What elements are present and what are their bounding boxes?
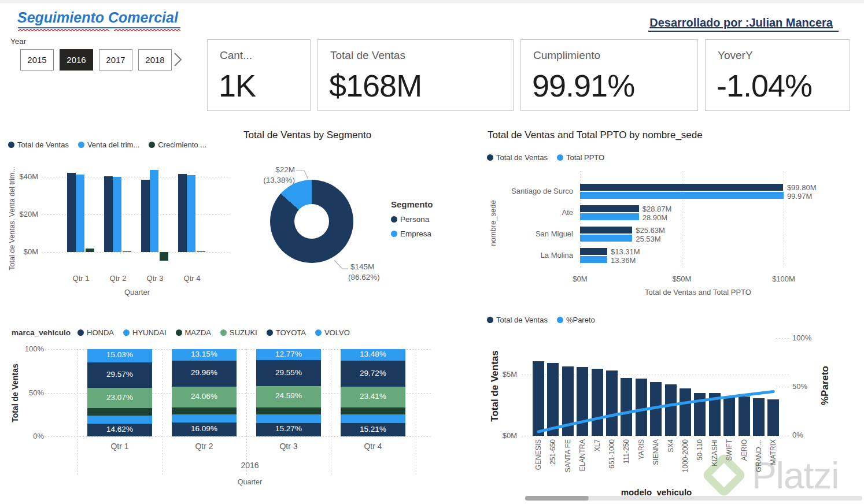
bar-total-de-ventas-la-molina[interactable] bbox=[580, 248, 607, 255]
x-axis-tick-swift: SWIFT bbox=[725, 439, 733, 461]
kpi-label: Cant... bbox=[220, 49, 252, 62]
legend-item-hyundai[interactable]: HYUNDAI bbox=[123, 328, 167, 337]
bar-total-de-ventas-ate[interactable] bbox=[580, 205, 639, 212]
segment-label-suzuki: 24.06% bbox=[172, 392, 237, 401]
slice-value-label: $145M bbox=[350, 262, 374, 271]
bar-value-label: $13.31M bbox=[611, 247, 640, 256]
bar-venta-del-trim-qtr-4[interactable] bbox=[187, 175, 195, 252]
legend-label: Empresa bbox=[400, 229, 431, 238]
bar-total-ppto-la-molina[interactable] bbox=[580, 256, 607, 263]
segment-label-toyota: 29.72% bbox=[341, 369, 405, 377]
kpi-card-total-ventas: Total de Ventas $168M bbox=[317, 39, 514, 111]
kpi-value: -1.04% bbox=[717, 68, 812, 103]
x-axis-tick-kizashi: KIZASHI bbox=[711, 439, 719, 466]
segment-hyundai-qtr-3[interactable] bbox=[256, 414, 321, 423]
segment-mazda-qtr-2[interactable] bbox=[172, 407, 237, 414]
legend-label: Crecimiento ... bbox=[158, 140, 206, 149]
bar-total-de-ventas-qtr-4[interactable] bbox=[178, 174, 187, 252]
legend-item-total-de-ventas[interactable]: Total de Ventas bbox=[487, 153, 548, 162]
developer-credit-link[interactable]: Desarrollado por :Julian Mancera bbox=[648, 16, 839, 32]
legend-item-crecimiento[interactable]: Crecimiento ... bbox=[149, 140, 206, 149]
year-button-2018[interactable]: 2018 bbox=[138, 49, 172, 71]
bar-venta-del-trim-qtr-1[interactable] bbox=[76, 175, 84, 252]
bar-venta-del-trim-qtr-2[interactable] bbox=[113, 177, 121, 252]
bar-crecimiento-qtr-3[interactable] bbox=[160, 252, 168, 261]
year-button-2017[interactable]: 2017 bbox=[99, 49, 132, 71]
y-axis-title: nombre_sede bbox=[489, 200, 497, 246]
legend-dot bbox=[267, 329, 273, 336]
pareto-axis-labels: $0M$5M0%50%100%GENESIS251-650SANTA FEELA… bbox=[483, 311, 864, 504]
legend-item-persona[interactable]: Persona bbox=[391, 215, 429, 224]
horizontal-scrollbar-track[interactable] bbox=[525, 496, 862, 501]
segment-mazda-qtr-4[interactable] bbox=[341, 407, 405, 414]
kpi-value: $168M bbox=[329, 68, 422, 103]
x-axis-tick-sx4: SX4 bbox=[667, 439, 675, 453]
chart-legend: marca_vehiculo HONDAHYUNDAIMAZDASUZUKITO… bbox=[12, 328, 359, 337]
legend-dot bbox=[557, 154, 563, 161]
bar-total-de-ventas-qtr-3[interactable] bbox=[141, 180, 150, 252]
legend-item-total-de-ventas[interactable]: Total de Ventas bbox=[8, 140, 69, 149]
bar-crecimiento-qtr-4[interactable] bbox=[197, 251, 205, 252]
bar-total-de-ventas-santiago-de-surco[interactable] bbox=[580, 184, 783, 191]
legend-label: HYUNDAI bbox=[132, 328, 167, 337]
bar-total-ppto-santiago-de-surco[interactable] bbox=[580, 192, 784, 199]
segment-label-honda: 15.27% bbox=[256, 424, 321, 433]
legend-item-venta-del-trim[interactable]: Venta del trim... bbox=[78, 140, 139, 149]
segment-mazda-qtr-3[interactable] bbox=[256, 407, 321, 414]
bar-value-label: 25.53M bbox=[636, 235, 660, 243]
slice-value-label: $22M bbox=[260, 165, 295, 174]
page-title: Seguimiento Comercial bbox=[17, 9, 178, 26]
segment-label-suzuki: 23.41% bbox=[341, 392, 405, 401]
segment-hyundai-qtr-1[interactable] bbox=[87, 416, 152, 424]
legend-item-toyota[interactable]: TOYOTA bbox=[267, 328, 306, 337]
x-axis-tick: Qtr 3 bbox=[268, 442, 309, 451]
bar-total-de-ventas-qtr-1[interactable] bbox=[67, 173, 76, 252]
bar-crecimiento-qtr-1[interactable] bbox=[86, 249, 94, 252]
donut-chart-segmento: Total de Ventas by Segmento $22M (13.38%… bbox=[237, 128, 482, 302]
legend-label: Total de Ventas bbox=[17, 140, 69, 149]
kpi-card-cantidad: Cant... 1K bbox=[207, 39, 311, 111]
legend-item-mazda[interactable]: MAZDA bbox=[176, 328, 212, 337]
kpi-label: Total de Ventas bbox=[330, 49, 405, 62]
bar-venta-del-trim-qtr-3[interactable] bbox=[150, 170, 158, 252]
year-button-2016[interactable]: 2016 bbox=[60, 49, 93, 71]
category-separator bbox=[77, 349, 78, 475]
segment-hyundai-qtr-4[interactable] bbox=[341, 414, 405, 423]
donut-ring[interactable] bbox=[270, 180, 353, 263]
segment-label-toyota: 29.57% bbox=[87, 370, 152, 379]
legend-dot bbox=[176, 329, 182, 336]
legend-title: Segmento bbox=[391, 199, 433, 209]
segment-mazda-qtr-1[interactable] bbox=[87, 408, 152, 416]
x-axis-tick: Qtr 2 bbox=[99, 274, 136, 283]
y-axis-category: Santiago de Surco bbox=[492, 187, 573, 195]
legend-dot bbox=[8, 142, 14, 148]
legend-item-volvo[interactable]: VOLVO bbox=[315, 328, 350, 337]
y-axis-category: Ate bbox=[492, 208, 573, 217]
x-axis-tick: $0M bbox=[563, 275, 597, 283]
bar-value-label: 99.97M bbox=[787, 192, 812, 201]
legend-dot bbox=[487, 154, 493, 161]
horizontal-bar-chart-sede: Total de Ventas and Total PPTO by nombre… bbox=[483, 128, 864, 302]
x-axis-tick: $50M bbox=[664, 275, 699, 283]
kpi-value: 1K bbox=[219, 68, 256, 103]
category-separator bbox=[162, 349, 163, 475]
bar-total-ppto-ate[interactable] bbox=[580, 213, 639, 220]
legend-item-empresa[interactable]: Empresa bbox=[391, 229, 431, 238]
bar-total-de-ventas-san-miguel[interactable] bbox=[580, 227, 632, 234]
legend-item-honda[interactable]: HONDA bbox=[77, 328, 114, 337]
bar-total-ppto-san-miguel[interactable] bbox=[580, 235, 632, 242]
dashboard-page: Seguimiento Comercial Desarrollado por :… bbox=[0, 0, 864, 504]
segment-hyundai-qtr-2[interactable] bbox=[172, 414, 237, 423]
chevron-right-icon[interactable] bbox=[172, 51, 184, 68]
segment-label-suzuki: 24.59% bbox=[256, 391, 321, 400]
segment-label-volvo: 13.15% bbox=[172, 350, 237, 358]
bar-total-de-ventas-qtr-2[interactable] bbox=[104, 176, 113, 252]
x-axis-tick-yaris: YARIS bbox=[637, 439, 645, 459]
y-axis-category: La Molina bbox=[492, 251, 573, 260]
bar-crecimiento-qtr-2[interactable] bbox=[123, 251, 131, 252]
horizontal-scrollbar-thumb[interactable] bbox=[525, 496, 589, 501]
legend-item-total-ppto[interactable]: Total PPTO bbox=[557, 153, 604, 162]
bar-value-label: 13.36M bbox=[611, 256, 636, 265]
year-button-2015[interactable]: 2015 bbox=[20, 49, 54, 71]
legend-item-suzuki[interactable]: SUZUKI bbox=[220, 328, 257, 337]
